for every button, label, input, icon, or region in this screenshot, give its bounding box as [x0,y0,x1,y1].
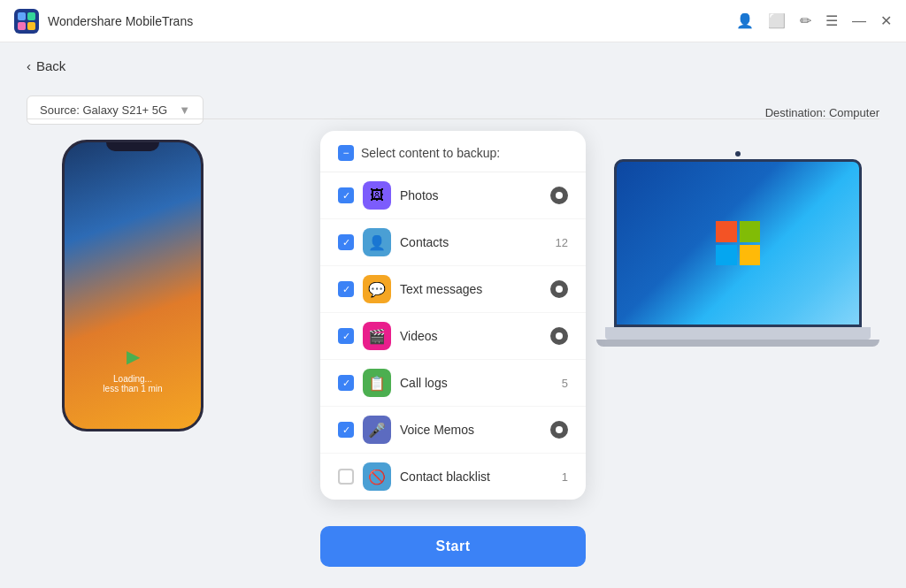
minimize-icon[interactable]: — [852,13,866,29]
source-separator [27,118,879,119]
list-item[interactable]: ✓🖼Photos [320,172,586,219]
source-label: Source: Galaxy S21+ 5G [40,103,167,117]
main-content: ‹ Back Source: Galaxy S21+ 5G ▼ Destinat… [0,42,906,588]
list-item[interactable]: ✓📋Call logs5 [320,360,586,407]
win-pane-4 [740,245,761,266]
phone-body: ▶ Loading... less than 1 min [62,140,203,431]
app-logo [14,9,39,34]
list-item[interactable]: 🚫Contact blacklist1 [320,454,586,500]
icon-contact-blacklist: 🚫 [363,462,391,491]
item-name-call-logs: Call logs [400,376,553,390]
laptop-camera [735,151,741,157]
icon-photos: 🖼 [363,181,391,210]
checkbox-contact-blacklist[interactable] [338,469,354,485]
item-name-voice-memos: Voice Memos [400,423,541,437]
dropdown-chevron-icon: ▼ [179,103,190,117]
icon-text-messages: 💬 [363,275,391,303]
badge-contact-blacklist: 1 [562,470,568,484]
start-button[interactable]: Start [320,526,586,567]
window-controls: 👤 ⬜ ✏ ☰ — ✕ [736,12,892,29]
win-pane-2 [740,221,761,242]
phone-screen: ▶ Loading... less than 1 min [65,142,201,429]
select-all-checkbox[interactable]: − [338,145,354,161]
destination-label: Destination: Computer [765,106,879,119]
laptop-illustration [596,149,879,396]
svg-rect-2 [27,12,35,20]
win-pane-1 [716,221,737,242]
laptop-display [617,162,859,325]
icon-call-logs: 📋 [363,369,391,397]
radio-voice-memos [550,421,568,439]
panel-header-title: Select content to backup: [361,146,500,160]
phone-loading-text: Loading... less than 1 min [103,374,162,393]
item-name-videos: Videos [400,329,541,343]
phone-illustration: ▶ Loading... less than 1 min [53,140,212,467]
app-title: Wondershare MobileTrans [48,14,736,28]
start-button-container: Start [320,526,586,567]
back-arrow: ‹ [27,58,31,73]
list-item[interactable]: ✓💬Text messages [320,266,586,313]
phone-side-button [203,213,203,248]
back-label: Back [36,58,65,73]
svg-rect-1 [18,12,26,20]
svg-rect-4 [27,22,35,30]
edit-icon[interactable]: ✏ [800,12,811,29]
radio-photos [550,187,568,204]
panel-header: − Select content to backup: [320,131,586,172]
checkbox-videos[interactable]: ✓ [338,328,354,344]
checkbox-text-messages[interactable]: ✓ [338,281,354,297]
laptop-screen [614,159,862,327]
laptop-base [605,327,871,340]
svg-rect-3 [18,22,26,30]
phone-notch [106,142,159,151]
checkbox-contacts[interactable]: ✓ [338,234,354,250]
checkbox-photos[interactable]: ✓ [338,187,354,203]
radio-videos [550,327,568,345]
icon-contacts: 👤 [363,228,391,256]
window-icon[interactable]: ⬜ [768,12,786,29]
icon-videos: 🎬 [363,322,391,350]
source-dropdown[interactable]: Source: Galaxy S21+ 5G ▼ [27,95,203,125]
item-name-photos: Photos [400,188,541,202]
badge-call-logs: 5 [562,377,568,390]
list-item[interactable]: ✓👤Contacts12 [320,219,586,266]
windows-logo [716,221,760,265]
badge-contacts: 12 [556,236,568,249]
title-bar: Wondershare MobileTrans 👤 ⬜ ✏ ☰ — ✕ [0,0,906,42]
laptop-foot [596,340,879,347]
items-list: ✓🖼Photos✓👤Contacts12✓💬Text messages✓🎬Vid… [320,172,586,500]
menu-icon[interactable]: ☰ [825,12,838,29]
checkbox-call-logs[interactable]: ✓ [338,375,354,391]
item-name-contact-blacklist: Contact blacklist [400,470,553,484]
win-pane-3 [716,245,737,266]
svg-rect-0 [14,9,39,34]
radio-text-messages [550,280,568,298]
icon-voice-memos: 🎤 [363,416,391,444]
item-name-contacts: Contacts [400,235,547,249]
list-item[interactable]: ✓🎬Videos [320,313,586,360]
account-icon[interactable]: 👤 [736,12,754,29]
checkbox-voice-memos[interactable]: ✓ [338,422,354,438]
item-name-text-messages: Text messages [400,282,541,296]
close-icon[interactable]: ✕ [880,12,892,29]
back-button[interactable]: ‹ Back [27,58,65,73]
content-panel: − Select content to backup: ✓🖼Photos✓👤Co… [320,131,586,500]
play-icon: ▶ [127,346,140,367]
list-item[interactable]: ✓🎤Voice Memos [320,407,586,454]
